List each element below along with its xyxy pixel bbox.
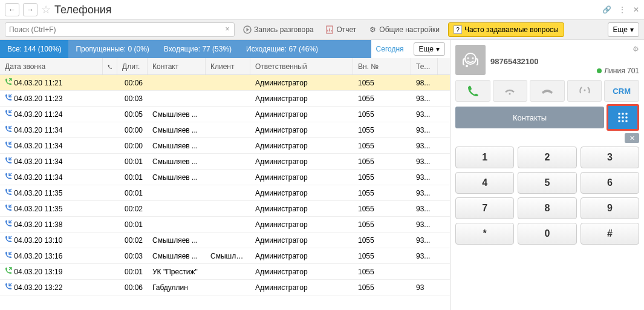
nav-forward-button[interactable]: →: [23, 3, 37, 16]
table-row[interactable]: 04.03.20 11:3400:01Смышляев ...Администр…: [0, 154, 450, 170]
col-date[interactable]: Дата звонка: [0, 58, 103, 74]
table-row[interactable]: 04.03.20 13:1600:03Смышляев ...Смышля...…: [0, 248, 450, 264]
close-window-icon[interactable]: ✕: [633, 5, 639, 14]
table-row[interactable]: 04.03.20 11:3500:01Администратор105593..…: [0, 185, 450, 201]
cell-client: Смышля...: [206, 252, 250, 260]
crm-button[interactable]: CRM: [604, 80, 639, 102]
filter-more-button[interactable]: Еще ▾: [414, 42, 445, 56]
cell-extension: 1055: [353, 236, 411, 245]
col-telephone[interactable]: Те...: [411, 58, 438, 74]
transfer-button[interactable]: [567, 80, 602, 102]
cell-responsible: Администратор: [250, 94, 353, 103]
dialpad-key-#[interactable]: #: [581, 223, 639, 245]
dialpad-key-0[interactable]: 0: [518, 223, 576, 245]
dialpad-key-8[interactable]: 8: [518, 197, 576, 219]
filter-incoming[interactable]: Входящие: 77 (53%): [157, 40, 239, 58]
search-input[interactable]: [5, 22, 235, 37]
table-row[interactable]: 04.03.20 11:2300:03Администратор105593..…: [0, 91, 450, 107]
cell-responsible: Администратор: [250, 79, 353, 87]
dialpad-key-1[interactable]: 1: [455, 147, 514, 168]
close-dialpad-button[interactable]: ✕: [625, 133, 639, 143]
table-row[interactable]: 04.03.20 11:3400:00Смышляев ...Администр…: [0, 138, 450, 154]
svg-point-33: [622, 120, 624, 122]
filter-missed[interactable]: Пропущенные: 0 (0%): [68, 40, 156, 58]
table-row[interactable]: 04.03.20 13:1000:02Смышляев ...Администр…: [0, 232, 450, 248]
cell-date: 04.03.20 11:24: [0, 110, 103, 119]
svg-point-23: [466, 65, 468, 67]
table-row[interactable]: 04.03.20 11:2400:05Смышляев ...Администр…: [0, 107, 450, 122]
report-button[interactable]: Отчет: [322, 22, 360, 37]
dialpad-key-2[interactable]: 2: [518, 147, 576, 168]
table-row[interactable]: 04.03.20 11:3800:01Администратор105593..…: [0, 217, 450, 232]
dialpad-toggle-button[interactable]: [607, 104, 639, 131]
hold-button[interactable]: [493, 80, 528, 102]
hangup-button[interactable]: [530, 80, 565, 102]
table-row[interactable]: 04.03.20 11:3400:00Смышляев ...Администр…: [0, 122, 450, 138]
panel-settings-icon[interactable]: ⚙: [633, 45, 639, 53]
cell-extension: 1055: [353, 205, 411, 213]
favorite-star-icon[interactable]: ☆: [41, 3, 51, 16]
phone-panel: 98765432100 Линия 701 ⚙ CRM Ко: [450, 40, 644, 310]
cell-date: 04.03.20 13:16: [0, 251, 103, 260]
cell-date: 04.03.20 11:23: [0, 94, 103, 103]
cell-date: 04.03.20 13:19: [0, 267, 103, 276]
call-button[interactable]: [455, 80, 490, 102]
table-row[interactable]: 04.03.20 11:3400:01Смышляев ...Администр…: [0, 170, 450, 185]
cell-extension: 1055: [353, 142, 411, 150]
svg-point-22: [472, 58, 474, 59]
settings-button[interactable]: ⚙ Общие настройки: [365, 22, 443, 37]
dialpad-key-6[interactable]: 6: [581, 172, 639, 194]
table-row[interactable]: 04.03.20 11:2100:06Администратор105598..…: [0, 75, 450, 91]
cell-responsible: Администратор: [250, 142, 353, 150]
svg-point-21: [467, 58, 469, 59]
cell-telephone: 93...: [411, 94, 438, 103]
cell-date: 04.03.20 13:22: [0, 283, 103, 292]
col-direction[interactable]: [103, 58, 117, 74]
filter-all[interactable]: Все: 144 (100%): [0, 40, 68, 58]
kebab-menu-icon[interactable]: ⋮: [619, 5, 626, 14]
cell-contact: Смышляев ...: [148, 157, 206, 166]
dialpad-key-*[interactable]: *: [455, 223, 514, 245]
dialpad-key-3[interactable]: 3: [581, 147, 639, 168]
dialpad-key-5[interactable]: 5: [518, 172, 576, 194]
table-row[interactable]: 04.03.20 13:2200:06ГабдуллинАдминистрато…: [0, 280, 450, 295]
filter-outgoing[interactable]: Исходящие: 67 (46%): [239, 40, 325, 58]
cell-duration: 00:01: [117, 173, 148, 182]
col-extension[interactable]: Вн. №: [353, 58, 411, 74]
cell-telephone: 93...: [411, 220, 438, 229]
nav-back-button[interactable]: ←: [5, 3, 19, 16]
phone-call-icon: [467, 85, 479, 97]
col-client[interactable]: Клиент: [206, 58, 250, 74]
col-duration[interactable]: Длит.: [117, 58, 148, 74]
clear-search-icon[interactable]: ×: [223, 25, 232, 35]
faq-label: Часто задаваемые вопросы: [464, 25, 559, 34]
cell-telephone: 93...: [411, 110, 438, 119]
question-icon: ?: [454, 25, 462, 34]
faq-button[interactable]: ? Часто задаваемые вопросы: [448, 22, 564, 37]
more-label: Еще: [613, 25, 628, 34]
today-link[interactable]: Сегодня: [371, 45, 409, 53]
cell-telephone: 93...: [411, 126, 438, 134]
dialpad: 123456789*0#: [455, 147, 639, 245]
cell-telephone: 93...: [411, 173, 438, 182]
table-row[interactable]: 04.03.20 13:1900:01УК "Престиж"Администр…: [0, 264, 450, 280]
dialpad-key-4[interactable]: 4: [455, 172, 514, 194]
contacts-button[interactable]: Контакты: [455, 107, 604, 128]
table-body: 04.03.20 11:2100:06Администратор105598..…: [0, 75, 450, 310]
col-contact[interactable]: Контакт: [148, 58, 206, 74]
svg-point-28: [625, 113, 628, 115]
link-icon[interactable]: 🔗: [602, 5, 611, 14]
dialpad-key-9[interactable]: 9: [581, 197, 639, 219]
cell-responsible: Администратор: [250, 126, 353, 134]
cell-extension: 1055: [353, 126, 411, 134]
cell-date: 04.03.20 11:38: [0, 220, 103, 229]
table-row[interactable]: 04.03.20 11:3500:02Администратор105593..…: [0, 201, 450, 217]
cell-responsible: Администратор: [250, 110, 353, 119]
cell-contact: УК "Престиж": [148, 268, 206, 276]
toolbar-more-button[interactable]: Еще ▾: [608, 22, 639, 37]
record-button[interactable]: Запись разговора: [239, 22, 317, 37]
dialpad-key-7[interactable]: 7: [455, 197, 514, 219]
transfer-icon: [578, 85, 591, 97]
cell-telephone: 98...: [411, 79, 438, 87]
col-responsible[interactable]: Ответственный: [250, 58, 353, 74]
